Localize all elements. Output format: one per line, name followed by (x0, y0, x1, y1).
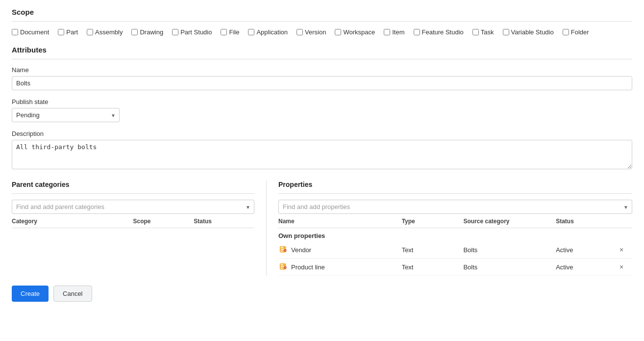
publish-state-select[interactable]: PendingPublishedObsolete (12, 108, 120, 122)
scope-checkbox-cb-variablestudio[interactable]: Variable Studio (503, 28, 554, 36)
scope-checkbox-input-cb-file[interactable] (221, 29, 227, 35)
parent-categories-table-header: Category Scope Status (12, 214, 254, 228)
prop-name-cell-0: Vendor (278, 245, 402, 255)
property-row-0: VendorTextBoltsActive× (278, 241, 632, 259)
name-label: Name (12, 66, 632, 74)
svg-rect-11 (285, 267, 286, 268)
publish-state-field-group: Publish state PendingPublishedObsolete ▼ (12, 98, 632, 122)
footer-actions: Create Cancel (12, 286, 632, 302)
scope-checkbox-input-cb-assembly[interactable] (87, 29, 93, 35)
scope-checkbox-cb-workspace[interactable]: Workspace (335, 28, 375, 36)
prop-source-1: Bolts (463, 263, 556, 271)
parent-categories-select[interactable]: Find and add parent categories (12, 200, 254, 214)
prop-remove-button-1[interactable]: × (618, 262, 625, 272)
create-button[interactable]: Create (12, 286, 49, 302)
description-textarea[interactable] (12, 140, 632, 169)
description-label: Description (12, 130, 632, 137)
prop-icon-0 (278, 245, 288, 255)
prop-status-0: Active (556, 246, 618, 254)
svg-rect-5 (285, 250, 286, 251)
cancel-button[interactable]: Cancel (53, 286, 92, 302)
scope-checkbox-input-cb-item[interactable] (384, 29, 390, 35)
name-field-group: Name (12, 66, 632, 90)
svg-rect-9 (281, 268, 283, 269)
scope-checkbox-cb-application[interactable]: Application (248, 28, 288, 36)
scope-checkbox-cb-version[interactable]: Version (297, 28, 326, 36)
prop-name-cell-1: Product line (278, 262, 402, 272)
parent-col-status: Status (194, 218, 254, 225)
parent-categories-dropdown-wrapper: Find and add parent categories ▼ (12, 200, 254, 214)
parent-col-category: Category (12, 218, 133, 225)
publish-state-wrapper: PendingPublishedObsolete ▼ (12, 108, 120, 122)
scope-checkbox-label-cb-item: Item (392, 28, 404, 36)
scope-checkbox-cb-part[interactable]: Part (58, 28, 78, 36)
scope-checkbox-input-cb-part[interactable] (58, 29, 64, 35)
scope-checkbox-cb-document[interactable]: Document (12, 28, 49, 36)
properties-divider (278, 193, 632, 194)
scope-checkbox-label-cb-assembly: Assembly (95, 28, 123, 36)
scope-checkbox-cb-task[interactable]: Task (472, 28, 494, 36)
prop-type-0: Text (402, 246, 464, 254)
svg-rect-8 (281, 266, 284, 267)
scope-checkbox-input-cb-document[interactable] (12, 29, 18, 35)
attributes-section: Attributes Name Publish state PendingPub… (12, 46, 632, 171)
scope-section: Scope DocumentPartAssemblyDrawingPart St… (12, 8, 632, 36)
bottom-sections: Parent categories Find and add parent ca… (12, 181, 632, 276)
scope-checkbox-label-cb-partstudio: Part Studio (180, 28, 212, 36)
scope-checkbox-label-cb-variablestudio: Variable Studio (511, 28, 554, 36)
scope-checkbox-input-cb-drawing[interactable] (131, 29, 138, 35)
scope-checkbox-cb-featurestudio[interactable]: Feature Studio (414, 28, 464, 36)
parent-categories-title: Parent categories (12, 181, 254, 188)
scope-checkbox-input-cb-featurestudio[interactable] (414, 29, 420, 35)
scope-checkbox-cb-drawing[interactable]: Drawing (131, 28, 163, 36)
scope-checkbox-cb-file[interactable]: File (221, 28, 239, 36)
scope-checkbox-cb-folder[interactable]: Folder (563, 28, 589, 36)
parent-categories-divider (12, 193, 254, 194)
attributes-title: Attributes (12, 46, 632, 54)
properties-section: Properties Find and add properties ▼ Nam… (267, 181, 632, 276)
prop-status-1: Active (556, 263, 618, 271)
property-row-1: Product lineTextBoltsActive× (278, 259, 632, 276)
scope-checkbox-label-cb-file: File (229, 28, 239, 36)
parent-col-scope: Scope (133, 218, 194, 225)
scope-checkbox-label-cb-folder: Folder (571, 28, 589, 36)
scope-checkbox-input-cb-partstudio[interactable] (172, 29, 178, 35)
scope-checkbox-label-cb-version: Version (305, 28, 326, 36)
scope-checkbox-cb-assembly[interactable]: Assembly (87, 28, 123, 36)
prop-name-1: Product line (291, 263, 325, 271)
scope-checkbox-label-cb-drawing: Drawing (140, 28, 163, 36)
props-col-type: Type (402, 218, 464, 225)
properties-title: Properties (278, 181, 632, 188)
props-col-status: Status (556, 218, 618, 225)
prop-type-1: Text (402, 263, 464, 271)
scope-checkbox-input-cb-version[interactable] (297, 29, 303, 35)
name-input[interactable] (12, 76, 632, 90)
publish-state-label: Publish state (12, 98, 632, 105)
scope-checkbox-cb-item[interactable]: Item (384, 28, 404, 36)
scope-checkbox-label-cb-task: Task (481, 28, 494, 36)
own-properties-group-label: Own properties (278, 228, 632, 241)
properties-select[interactable]: Find and add properties (278, 200, 632, 214)
properties-rows: VendorTextBoltsActive× Product lineTextB… (278, 241, 632, 276)
props-col-action (618, 218, 632, 225)
scope-checkbox-input-cb-variablestudio[interactable] (503, 29, 509, 35)
scope-checkbox-label-cb-part: Part (66, 28, 78, 36)
scope-checkbox-input-cb-application[interactable] (248, 29, 254, 35)
scope-checkbox-label-cb-workspace: Workspace (343, 28, 375, 36)
svg-rect-3 (281, 251, 283, 252)
scope-checkbox-label-cb-application: Application (256, 28, 288, 36)
description-field-group: Description (12, 130, 632, 171)
scope-checkbox-cb-partstudio[interactable]: Part Studio (172, 28, 212, 36)
scope-checkbox-input-cb-folder[interactable] (563, 29, 569, 35)
parent-categories-section: Parent categories Find and add parent ca… (12, 181, 267, 276)
prop-remove-button-0[interactable]: × (618, 245, 625, 255)
props-col-source: Source category (463, 218, 556, 225)
svg-rect-2 (281, 249, 284, 250)
properties-table-header: Name Type Source category Status (278, 214, 632, 228)
svg-rect-1 (281, 247, 283, 248)
prop-source-0: Bolts (463, 246, 556, 254)
prop-name-0: Vendor (291, 246, 311, 254)
props-col-name: Name (278, 218, 402, 225)
scope-checkbox-input-cb-task[interactable] (472, 29, 479, 35)
scope-checkbox-input-cb-workspace[interactable] (335, 29, 341, 35)
